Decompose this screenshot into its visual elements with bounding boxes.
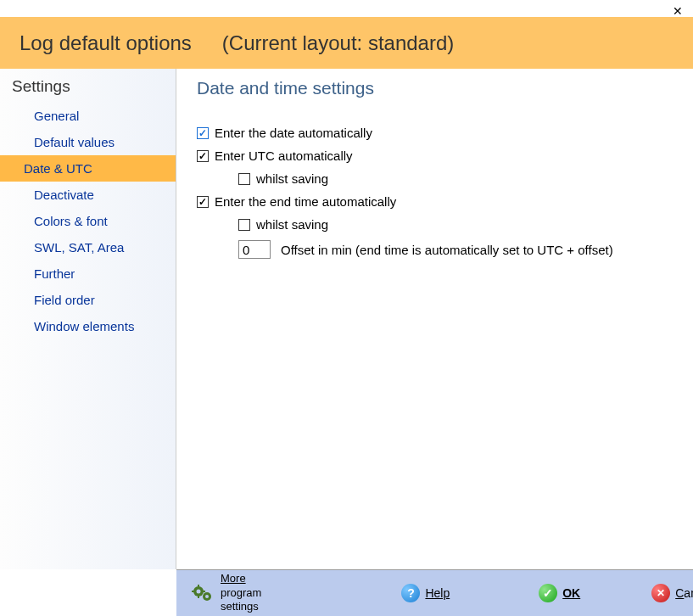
cancel-rest: ancel [684,586,693,600]
sidebar-item-deactivate[interactable]: Deactivate [0,182,176,208]
cancel-icon: ✕ [651,584,670,602]
svg-rect-3 [198,596,199,598]
option-enter-utc-auto[interactable]: Enter UTC automatically [197,148,673,163]
offset-row: Offset in min (end time is automatically… [197,240,673,259]
sidebar-item-window-elements[interactable]: Window elements [0,313,176,339]
option-enter-end-auto[interactable]: Enter the end time automatically [197,194,673,209]
title-bar: Log default options (Current layout: sta… [0,17,693,69]
ok-label: OK [562,586,580,600]
cancel-button[interactable]: ✕ Cancel [651,584,693,602]
option-enter-date-auto[interactable]: Enter the date automatically [197,126,673,140]
content-panel: Date and time settings Enter the date au… [176,69,693,569]
svg-rect-4 [192,591,194,592]
svg-rect-5 [203,591,205,592]
sidebar-item-field-order[interactable]: Field order [0,287,176,313]
option-label: whilst saving [256,217,328,232]
checkbox-icon[interactable] [197,196,209,208]
more-line2: program settings [221,586,261,615]
svg-point-1 [197,589,201,593]
option-label: Enter the date automatically [215,126,372,140]
ok-button[interactable]: ✓ OK [539,584,580,602]
offset-label: Offset in min (end time is automatically… [281,243,613,257]
option-end-whilst-saving[interactable]: whilst saving [197,217,673,232]
checkbox-icon[interactable] [238,219,250,231]
option-label: Enter UTC automatically [215,148,353,163]
sidebar-item-date-utc[interactable]: Date & UTC [0,155,176,182]
content-heading: Date and time settings [197,78,673,98]
check-icon: ✓ [539,584,557,602]
offset-input[interactable] [238,240,271,259]
sidebar-item-general[interactable]: General [0,103,176,129]
more-line1: More [221,572,261,586]
svg-rect-2 [198,585,199,587]
sidebar-item-further[interactable]: Further [0,260,176,287]
sidebar-heading: Settings [0,74,176,103]
settings-sidebar: Settings General Default values Date & U… [0,69,176,569]
sidebar-item-default-values[interactable]: Default values [0,129,176,155]
checkbox-icon[interactable] [197,150,209,162]
sidebar-item-swl-sat-area[interactable]: SWL, SAT, Area [0,234,176,260]
checkbox-icon[interactable] [238,173,250,185]
option-utc-whilst-saving[interactable]: whilst saving [197,171,673,186]
gears-icon [192,584,214,602]
close-icon[interactable]: ✕ [673,4,683,18]
checkbox-icon[interactable] [197,127,209,139]
help-label: Help [425,586,450,600]
bottom-bar: More program settings ? Help ✓ OK ✕ Canc… [176,569,693,616]
sidebar-item-colors-font[interactable]: Colors & font [0,208,176,234]
option-label: Enter the end time automatically [215,194,396,209]
help-button[interactable]: ? Help [401,584,450,602]
more-program-settings-button[interactable]: More program settings [192,572,261,615]
window-title: Log default options [20,31,192,55]
svg-point-7 [205,595,209,598]
option-label: whilst saving [256,171,328,186]
window-subtitle: (Current layout: standard) [222,31,454,55]
help-icon: ? [401,584,420,602]
